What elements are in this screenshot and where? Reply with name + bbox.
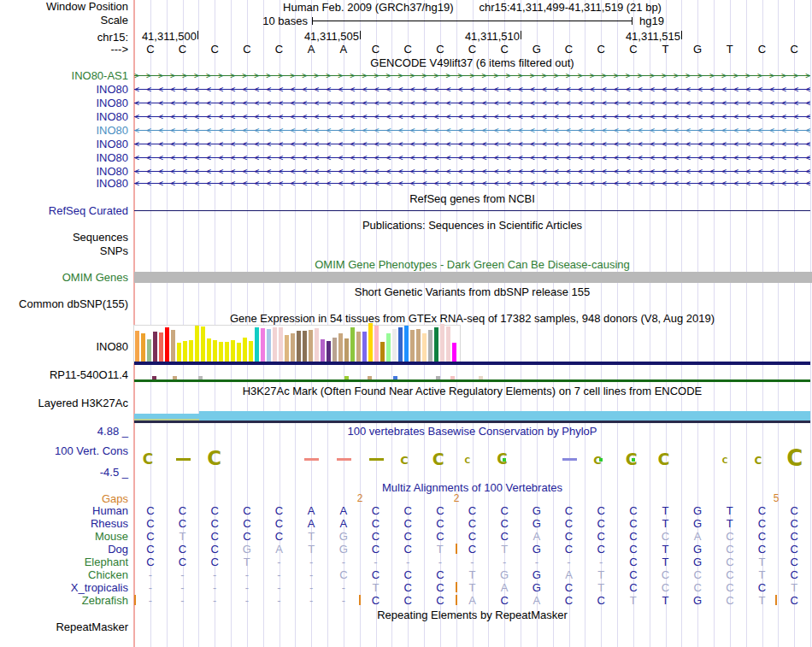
ruler-tick-label: 41,311,510: [443, 31, 520, 42]
window-position-label: Window Position: [0, 1, 128, 12]
rp11-gene-line[interactable]: [134, 379, 810, 382]
alignment-base: C: [656, 531, 676, 542]
alignment-base: C: [559, 544, 580, 555]
alignment-base: C: [397, 582, 418, 593]
alignment-base: C: [591, 531, 611, 542]
alignment-base: A: [527, 531, 547, 542]
common-dbsnp-label: Common dbSNP(155): [0, 298, 128, 309]
alignment-base: T: [173, 531, 193, 542]
alignment-base: C: [656, 569, 676, 580]
alignment-base: C: [430, 582, 450, 593]
phylop-track-title: 100 vertebrates Basewise Conservation by…: [134, 426, 810, 437]
alignment-base: G: [494, 569, 515, 580]
alignment-base: T: [656, 505, 676, 516]
alignment-base: C: [784, 556, 804, 568]
alignment-base: T: [301, 531, 321, 542]
h3k27ac-label: Layered H3K27Ac: [0, 397, 128, 409]
alignment-base: G: [527, 518, 547, 529]
alignment-base: C: [430, 531, 450, 542]
species-label: Chicken: [0, 569, 128, 580]
alignment-base: -: [494, 556, 515, 568]
gene-row[interactable]: <<<<<<<<<<<<<<<<<<<<<<<<<<<<<<<<<<<<<<<<…: [134, 152, 810, 163]
alignment-base: C: [140, 531, 161, 542]
alignment-base: T: [591, 582, 611, 593]
gene-row[interactable]: >>>>>>>>>>>>>>>>>>>>>>>>>>>>>>>>>>>>>>>>…: [134, 70, 810, 81]
alignment-base: T: [656, 544, 676, 555]
alignment-base: -: [462, 556, 483, 568]
genome-browser-image: Window Position Human Feb. 2009 (GRCh37/…: [0, 0, 812, 647]
dbsnp-track-title: Short Genetic Variants from dbSNP releas…: [134, 286, 810, 297]
gaps-row-label: Gaps: [0, 493, 128, 504]
alignment-base: C: [173, 544, 193, 555]
h3k27ac-baseline: [134, 421, 810, 423]
gene-row[interactable]: <<<<<<<<<<<<<<<<<<<<<<<<<<<<<<<<<<<<<<<<…: [134, 84, 810, 95]
scale-bar-right-cap: [632, 17, 633, 25]
chrom-label: chr15:: [0, 32, 128, 43]
gene-label: INO80: [0, 138, 128, 150]
alignment-base: T: [656, 595, 676, 606]
base-letter: C: [592, 44, 609, 55]
base-letter: C: [561, 44, 578, 55]
phylop-track-label: 100 Vert. Cons: [0, 445, 128, 456]
alignment-base: -: [204, 582, 225, 593]
scale-genome-text: hg19: [639, 15, 664, 26]
alignment-base: -: [397, 556, 418, 568]
alignment-base: -: [173, 595, 193, 606]
alignment-base: T: [656, 556, 676, 568]
refseq-track-title: RefSeq genes from NCBI: [134, 193, 810, 204]
alignment-base: -: [527, 556, 547, 568]
alignment-base: C: [591, 518, 611, 529]
alignment-base: C: [784, 531, 804, 542]
alignment-base: -: [269, 595, 290, 606]
scale-bar: [312, 21, 632, 21]
gene-row[interactable]: <<<<<<<<<<<<<<<<<<<<<<<<<<<<<<<<<<<<<<<<…: [134, 166, 810, 177]
h3k27ac-signal-right[interactable]: [199, 411, 810, 421]
refseq-gene-line[interactable]: [134, 210, 810, 211]
gene-row[interactable]: <<<<<<<<<<<<<<<<<<<<<<<<<<<<<<<<<<<<<<<<…: [134, 97, 810, 109]
omim-gene-bar[interactable]: [134, 272, 812, 283]
alignment-base: G: [527, 544, 547, 555]
h3k27ac-track-title: H3K27Ac Mark (Often Found Near Active Re…: [134, 385, 810, 397]
base-letter: C: [432, 44, 449, 55]
gene-label: INO80: [0, 125, 128, 136]
alignment-base: C: [720, 556, 740, 568]
alignment-base: -: [237, 595, 257, 606]
alignment-base: -: [269, 556, 290, 568]
gene-row[interactable]: <<<<<<<<<<<<<<<<<<<<<<<<<<<<<<<<<<<<<<<<…: [134, 111, 810, 122]
base-letter: C: [786, 44, 803, 55]
alignment-base: C: [204, 544, 225, 555]
alignment-base: G: [687, 505, 708, 516]
ruler-tick-label: 41,311,515: [603, 31, 680, 42]
base-letter: T: [721, 44, 738, 55]
alignment-base: -: [173, 582, 193, 593]
gtex-gene-label: INO80: [0, 341, 128, 352]
alignment-base: C: [656, 582, 676, 593]
alignment-base: -: [333, 582, 354, 593]
alignment-base: A: [333, 505, 354, 516]
alignment-base: C: [204, 518, 225, 529]
species-label: Elephant: [0, 556, 128, 568]
gene-row[interactable]: <<<<<<<<<<<<<<<<<<<<<<<<<<<<<<<<<<<<<<<<…: [134, 138, 810, 150]
base-letter: C: [142, 44, 159, 55]
multiz-track-title: Multiz Alignments of 100 Vertebrates: [134, 482, 810, 493]
alignment-base: -: [430, 556, 450, 568]
alignment-base: C: [591, 505, 611, 516]
gtex-track-baseline: [134, 362, 810, 365]
alignment-base: G: [687, 556, 708, 568]
alignment-base: C: [366, 518, 386, 529]
alignment-base: C: [366, 595, 386, 606]
gene-label: INO80: [0, 166, 128, 177]
alignment-base: C: [173, 505, 193, 516]
alignment-base: C: [333, 569, 354, 580]
alignment-base: T: [784, 582, 804, 593]
gene-row[interactable]: <<<<<<<<<<<<<<<<<<<<<<<<<<<<<<<<<<<<<<<<…: [134, 125, 810, 136]
alignment-base: C: [140, 544, 161, 555]
alignment-base: C: [366, 505, 386, 516]
alignment-base: T: [752, 569, 773, 580]
base-letter: C: [496, 44, 513, 55]
alignment-base: C: [140, 505, 161, 516]
gene-row[interactable]: <<<<<<<<<<<<<<<<<<<<<<<<<<<<<<<<<<<<<<<<…: [134, 178, 810, 189]
alignment-base: C: [494, 595, 515, 606]
gap-size-number: 5: [768, 493, 785, 503]
alignment-base: C: [784, 518, 804, 529]
